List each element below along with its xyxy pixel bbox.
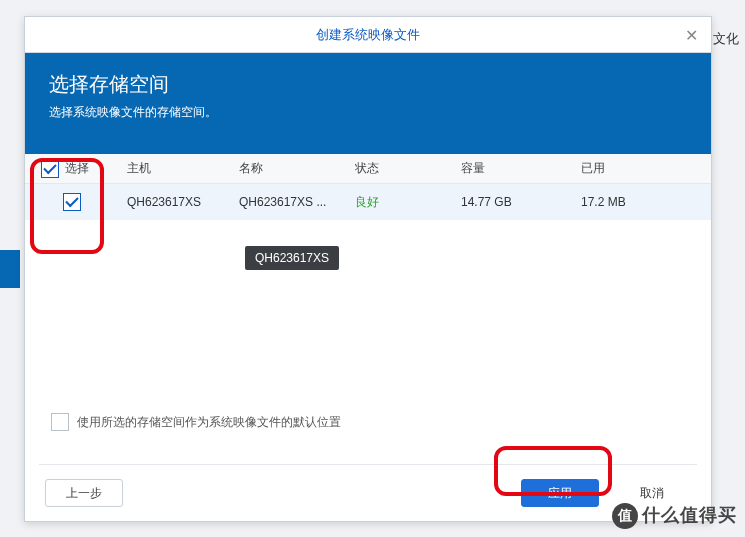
- cell-name: QH623617XS ...: [231, 195, 347, 209]
- banner-title: 选择存储空间: [49, 71, 687, 98]
- watermark-text: 什么值得买: [642, 505, 737, 525]
- background-strip: [0, 250, 20, 288]
- table-header-row: 选择 主机 名称 状态 容量 已用: [25, 154, 711, 184]
- dialog-titlebar: 创建系统映像文件 ✕: [25, 17, 711, 53]
- header-name[interactable]: 名称: [231, 160, 347, 177]
- default-location-label: 使用所选的存储空间作为系统映像文件的默认位置: [77, 414, 341, 431]
- side-label: 文化: [713, 30, 739, 48]
- dialog-title: 创建系统映像文件: [316, 26, 420, 44]
- default-location-option[interactable]: 使用所选的存储空间作为系统映像文件的默认位置: [51, 413, 341, 431]
- create-image-dialog: 创建系统映像文件 ✕ 选择存储空间 选择系统映像文件的存储空间。 选择 主机 名…: [24, 16, 712, 522]
- header-select-label: 选择: [65, 160, 89, 177]
- watermark-icon: 值: [612, 503, 638, 529]
- header-used[interactable]: 已用: [573, 160, 711, 177]
- banner-subtitle: 选择系统映像文件的存储空间。: [49, 104, 687, 121]
- select-all-checkbox[interactable]: [41, 160, 59, 178]
- dialog-footer: 上一步 应用 取消: [25, 465, 711, 521]
- row-checkbox[interactable]: [63, 193, 81, 211]
- header-capacity[interactable]: 容量: [453, 160, 573, 177]
- close-icon[interactable]: ✕: [681, 25, 701, 45]
- apply-button[interactable]: 应用: [521, 479, 599, 507]
- header-select[interactable]: 选择: [25, 160, 119, 178]
- header-host[interactable]: 主机: [119, 160, 231, 177]
- table-row[interactable]: QH623617XS QH623617XS ... 良好 14.77 GB 17…: [25, 184, 711, 220]
- back-button[interactable]: 上一步: [45, 479, 123, 507]
- default-location-checkbox[interactable]: [51, 413, 69, 431]
- cell-capacity: 14.77 GB: [453, 195, 573, 209]
- cell-host: QH623617XS: [119, 195, 231, 209]
- cell-used: 17.2 MB: [573, 195, 711, 209]
- header-status[interactable]: 状态: [347, 160, 453, 177]
- cell-status: 良好: [347, 194, 453, 211]
- banner: 选择存储空间 选择系统映像文件的存储空间。: [25, 53, 711, 154]
- name-tooltip: QH623617XS: [245, 246, 339, 270]
- watermark: 值什么值得买: [612, 503, 737, 529]
- storage-table: 选择 主机 名称 状态 容量 已用 QH623617XS QH623617XS …: [25, 154, 711, 220]
